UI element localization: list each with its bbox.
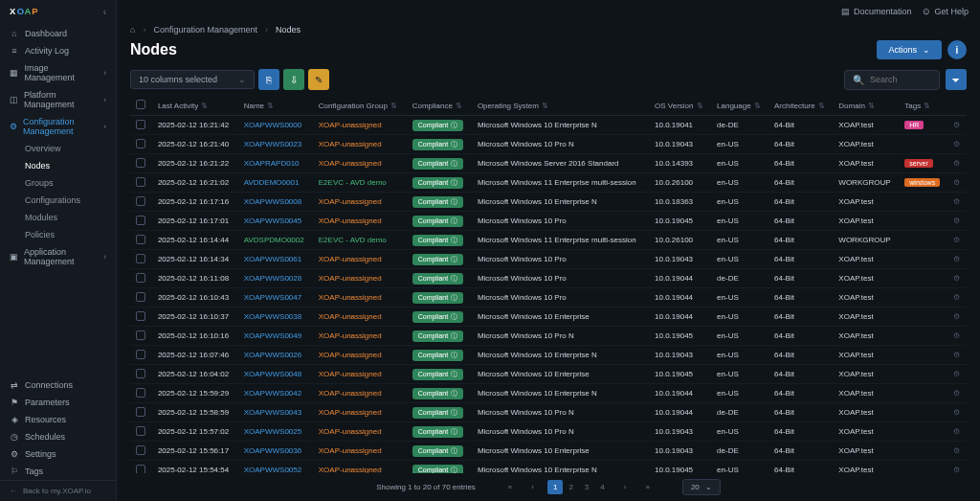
row-settings-icon[interactable]: ⚙ (953, 197, 960, 206)
row-checkbox[interactable] (136, 235, 145, 244)
nav-platform-management[interactable]: ◫Platform Management (0, 86, 116, 113)
row-checkbox[interactable] (136, 292, 145, 302)
node-name-link[interactable]: XOAPWWS0043 (244, 408, 301, 417)
config-group-link[interactable]: XOAP-unassigned (319, 255, 382, 263)
node-name-link[interactable]: AVDDEMO0001 (244, 178, 300, 187)
row-settings-icon[interactable]: ⚙ (953, 408, 960, 417)
page-size-select[interactable]: 20 (682, 479, 721, 495)
sort-icon[interactable]: ⇅ (267, 102, 274, 110)
sort-icon[interactable]: ⇅ (868, 102, 875, 110)
search-box[interactable]: 🔍 (844, 70, 940, 90)
node-name-link[interactable]: XOAPWWS0008 (244, 197, 301, 206)
node-name-link[interactable]: XOAPWWS0047 (244, 293, 301, 302)
sort-icon[interactable]: ⇅ (697, 102, 703, 110)
nav-dashboard[interactable]: ⌂Dashboard (0, 25, 116, 42)
sort-icon[interactable]: ⇅ (456, 102, 462, 110)
page-2[interactable]: 2 (563, 480, 578, 494)
row-settings-icon[interactable]: ⚙ (953, 312, 960, 321)
node-name-link[interactable]: XOAPWWS0042 (244, 389, 301, 398)
row-settings-icon[interactable]: ⚙ (953, 255, 960, 263)
config-group-link[interactable]: XOAP-unassigned (319, 312, 382, 321)
row-settings-icon[interactable]: ⚙ (953, 140, 960, 148)
crumb-config-mgmt[interactable]: Configuration Management (153, 25, 257, 34)
config-group-link[interactable]: XOAP-unassigned (319, 351, 382, 359)
nav-sub-configurations[interactable]: Configurations (0, 192, 116, 209)
filter-button[interactable]: ⏷ (946, 69, 967, 90)
row-checkbox[interactable] (136, 177, 145, 187)
sort-icon[interactable]: ⇅ (201, 102, 208, 110)
row-checkbox[interactable] (136, 445, 145, 455)
nav-resources[interactable]: ◈Resources (0, 411, 116, 428)
nav-sub-modules[interactable]: Modules (0, 209, 116, 226)
page-1[interactable]: 1 (547, 480, 563, 494)
nav-sub-nodes[interactable]: Nodes (0, 157, 116, 174)
row-settings-icon[interactable]: ⚙ (953, 216, 960, 225)
sort-icon[interactable]: ⇅ (542, 102, 548, 110)
last-page[interactable]: » (639, 480, 655, 494)
page-4[interactable]: 4 (594, 480, 610, 494)
row-checkbox[interactable] (136, 350, 145, 359)
row-settings-icon[interactable]: ⚙ (953, 274, 960, 283)
config-group-link[interactable]: XOAP-unassigned (319, 370, 382, 378)
config-group-link[interactable]: XOAP-unassigned (319, 466, 382, 473)
config-group-link[interactable]: XOAP-unassigned (319, 274, 382, 283)
select-all-checkbox[interactable] (136, 100, 145, 109)
nav-parameters[interactable]: ⚑Parameters (0, 394, 116, 411)
back-link[interactable]: ← Back to my.XOAP.io (0, 480, 116, 501)
edit-button[interactable]: ✎ (308, 69, 329, 90)
copy-button[interactable]: ⎘ (258, 69, 279, 90)
row-settings-icon[interactable]: ⚙ (953, 331, 960, 340)
config-group-link[interactable]: XOAP-unassigned (319, 197, 382, 206)
config-group-link[interactable]: XOAP-unassigned (319, 446, 382, 455)
row-checkbox[interactable] (136, 407, 145, 417)
nav-schedules[interactable]: ◷Schedules (0, 428, 116, 445)
row-settings-icon[interactable]: ⚙ (953, 159, 960, 168)
row-checkbox[interactable] (136, 330, 145, 340)
row-checkbox[interactable] (136, 196, 145, 206)
sort-icon[interactable]: ⇅ (818, 102, 825, 110)
sort-icon[interactable]: ⇅ (390, 102, 397, 110)
columns-select[interactable]: 10 columns selected (130, 70, 255, 89)
nav-sub-overview[interactable]: Overview (0, 140, 116, 157)
prev-page[interactable]: ‹ (525, 480, 540, 494)
node-name-link[interactable]: XOAPWWS0049 (244, 331, 301, 340)
node-name-link[interactable]: XOAPWWS0026 (244, 351, 301, 359)
nav-configuration-management[interactable]: ⚙Configuration Management (0, 113, 116, 140)
node-name-link[interactable]: XOAPWWS0025 (244, 427, 301, 436)
row-checkbox[interactable] (136, 158, 145, 168)
node-name-link[interactable]: XOAPWWS0000 (244, 121, 301, 129)
config-group-link[interactable]: XOAP-unassigned (319, 408, 382, 417)
nav-image-management[interactable]: ▦Image Management (0, 59, 116, 86)
actions-button[interactable]: Actions (877, 40, 942, 59)
row-checkbox[interactable] (136, 426, 145, 436)
node-name-link[interactable]: XOAPWWS0038 (244, 312, 301, 321)
config-group-link[interactable]: XOAP-unassigned (319, 121, 382, 129)
row-checkbox[interactable] (136, 216, 145, 225)
node-name-link[interactable]: XOAPWWS0036 (244, 446, 301, 455)
first-page[interactable]: « (502, 480, 518, 494)
row-checkbox[interactable] (136, 465, 145, 474)
nav-tags[interactable]: ⚐Tags (0, 463, 116, 480)
nav-sub-policies[interactable]: Policies (0, 226, 116, 243)
row-checkbox[interactable] (136, 120, 145, 129)
home-icon[interactable]: ⌂ (130, 25, 135, 34)
node-name-link[interactable]: XOAPWWS0028 (244, 274, 301, 283)
sort-icon[interactable]: ⇅ (924, 102, 930, 110)
row-settings-icon[interactable]: ⚙ (953, 351, 960, 359)
config-group-link[interactable]: E2EVC - AVD demo (319, 236, 387, 244)
node-name-link[interactable]: XOAPWWS0023 (244, 140, 301, 148)
row-settings-icon[interactable]: ⚙ (953, 121, 960, 129)
row-checkbox[interactable] (136, 139, 145, 148)
config-group-link[interactable]: XOAP-unassigned (319, 427, 382, 436)
config-group-link[interactable]: XOAP-unassigned (319, 293, 382, 302)
row-checkbox[interactable] (136, 369, 145, 378)
nav-connections[interactable]: ⇄Connections (0, 376, 116, 394)
row-settings-icon[interactable]: ⚙ (953, 427, 960, 436)
collapse-sidebar-icon[interactable]: ‹ (103, 7, 106, 17)
sort-icon[interactable]: ⇅ (754, 102, 761, 110)
row-settings-icon[interactable]: ⚙ (953, 389, 960, 398)
row-settings-icon[interactable]: ⚙ (953, 178, 960, 187)
row-settings-icon[interactable]: ⚙ (953, 446, 960, 455)
config-group-link[interactable]: XOAP-unassigned (319, 389, 382, 398)
node-name-link[interactable]: XOAPWWS0048 (244, 370, 301, 378)
